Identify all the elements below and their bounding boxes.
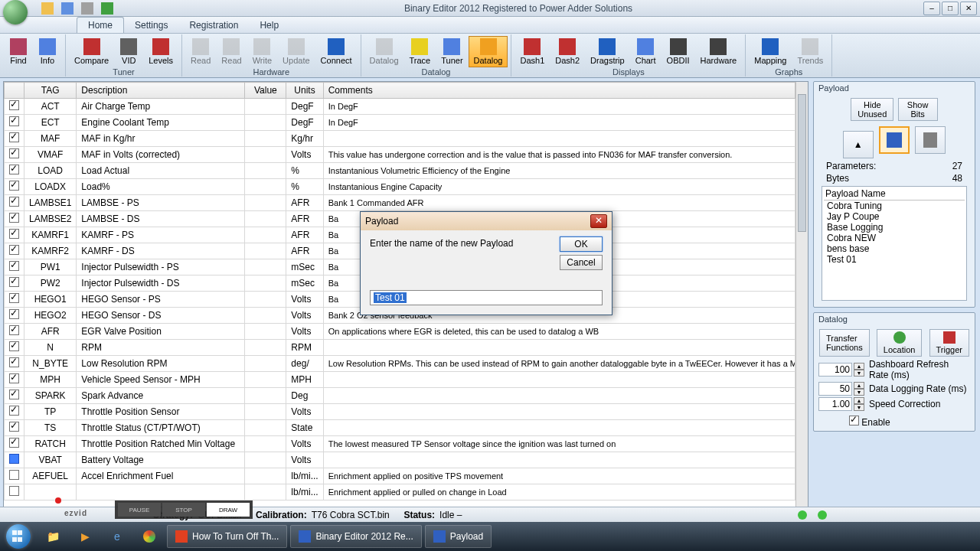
cancel-button[interactable]: Cancel: [560, 255, 603, 270]
modal-overlay: Payload ✕ Enter the name of the new Payl…: [0, 0, 980, 551]
payload-dialog: Payload ✕ Enter the name of the new Payl…: [360, 211, 612, 315]
dialog-title: Payload: [365, 216, 398, 227]
dialog-close-button[interactable]: ✕: [590, 214, 607, 228]
payload-name-input[interactable]: Test 01: [370, 290, 603, 305]
ok-button[interactable]: OK: [560, 236, 603, 252]
